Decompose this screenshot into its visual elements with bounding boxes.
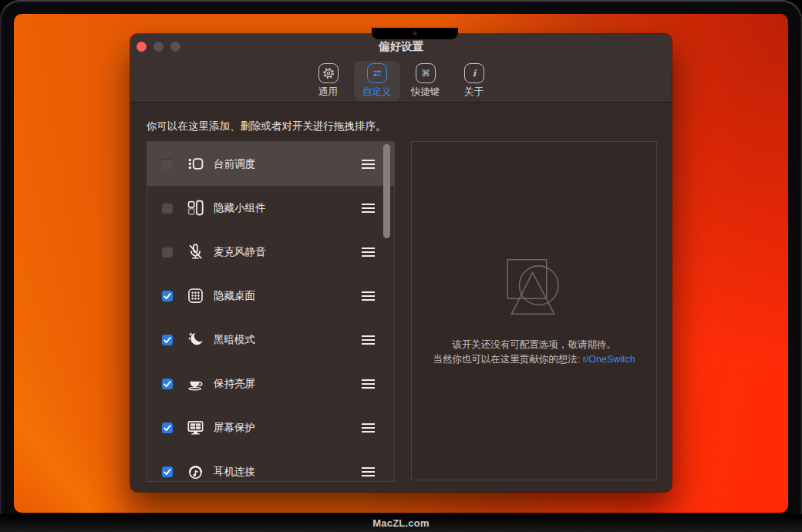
window-title: 偏好设置 [130,39,672,54]
toolbar-tab[interactable]: 自定义 [354,61,400,101]
switch-label: 黑暗模式 [214,333,255,347]
switch-label: 台前调度 [214,157,255,171]
switch-list: 台前调度 隐藏小组件 麦克风静音 [147,141,395,482]
oneswitch-link[interactable]: r/OneSwitch [583,354,635,365]
laptop-base: MacZL.com [0,514,802,532]
microphone-mute-icon [185,242,205,262]
drag-handle-icon[interactable] [362,291,375,301]
switch-detail-panel: 该开关还没有可配置选项，敬请期待。 当然你也可以在这里贡献你的想法: r/One… [411,141,657,480]
checkmark-icon [162,335,173,345]
camera-icon [412,30,418,36]
switch-checkbox[interactable] [162,291,173,301]
switch-label: 耳机连接 [214,465,255,479]
desktop-grid-icon [185,286,205,306]
switch-row[interactable]: 屏幕保护 [147,406,394,450]
window-header: 偏好设置 通用 自定义 快捷键 关于 [130,34,672,103]
switch-label: 屏幕保护 [214,421,255,435]
headphones-icon [185,462,205,482]
stage-manager-icon [185,154,205,174]
drag-handle-icon[interactable] [362,160,375,169]
laptop-frame: 偏好设置 通用 自定义 快捷键 关于 [0,0,802,532]
toolbar-tab[interactable]: 关于 [451,61,497,101]
switch-checkbox[interactable] [162,247,173,258]
switch-label: 麦克风静音 [214,245,266,259]
drag-handle-icon[interactable] [362,247,375,257]
tab-label: 自定义 [362,86,392,99]
detail-line2: 当然你也可以在这里贡献你的想法: r/OneSwitch [433,352,635,367]
toolbar-tabs: 通用 自定义 快捷键 关于 [130,61,672,101]
switch-label: 隐藏小组件 [214,201,266,215]
bottom-watermark: MacZL.com [372,517,429,529]
info-icon [464,63,484,83]
scrollbar-thumb[interactable] [383,144,390,238]
switch-label: 保持亮屏 [214,377,255,391]
detail-line1: 该开关还没有可配置选项，敬请期待。 [433,338,635,352]
wallpaper: 偏好设置 通用 自定义 快捷键 关于 [14,14,788,513]
switch-checkbox[interactable] [162,335,173,345]
checkmark-icon [162,466,173,477]
switch-row[interactable]: 保持亮屏 [147,362,394,406]
checkmark-icon [162,423,173,433]
switch-row[interactable]: 隐藏桌面 [147,274,394,318]
gear-icon [318,63,339,83]
dark-mode-moon-icon [185,330,205,350]
detail-text: 该开关还没有可配置选项，敬请期待。 当然你也可以在这里贡献你的想法: r/One… [433,338,635,368]
tab-label: 快捷键 [411,86,440,99]
switch-checkbox[interactable] [162,379,173,389]
switch-label: 隐藏桌面 [214,289,255,303]
screen-saver-icon [185,418,205,438]
drag-handle-icon[interactable] [362,379,375,389]
command-icon [416,63,436,83]
preferences-window: 偏好设置 通用 自定义 快捷键 关于 [130,34,672,492]
switch-row[interactable]: 麦克风静音 [147,230,394,274]
switch-checkbox[interactable] [162,203,173,214]
shapes-placeholder-icon [503,254,566,321]
checkmark-icon [162,291,173,301]
switch-row[interactable]: 隐藏小组件 [147,186,394,230]
sliders-icon [367,63,387,83]
switch-row[interactable]: 黑暗模式 [147,318,394,362]
switch-checkbox[interactable] [162,159,173,170]
switch-checkbox[interactable] [162,423,173,433]
tab-label: 通用 [318,86,338,99]
drag-handle-icon[interactable] [362,423,375,433]
coffee-cup-icon [185,374,205,394]
switch-row[interactable]: 耳机连接 [147,450,394,482]
drag-handle-icon[interactable] [362,467,375,476]
switch-row[interactable]: 台前调度 [147,142,394,186]
tab-label: 关于 [464,86,484,99]
instruction-text: 你可以在这里添加、删除或者对开关进行拖拽排序。 [147,120,386,133]
checkmark-icon [162,379,173,389]
drag-handle-icon[interactable] [362,204,375,213]
widgets-icon [185,198,205,218]
toolbar-tab[interactable]: 快捷键 [403,61,449,101]
switch-checkbox[interactable] [162,466,173,477]
toolbar-tab[interactable]: 通用 [305,61,352,101]
drag-handle-icon[interactable] [362,335,375,345]
notch [372,28,458,39]
